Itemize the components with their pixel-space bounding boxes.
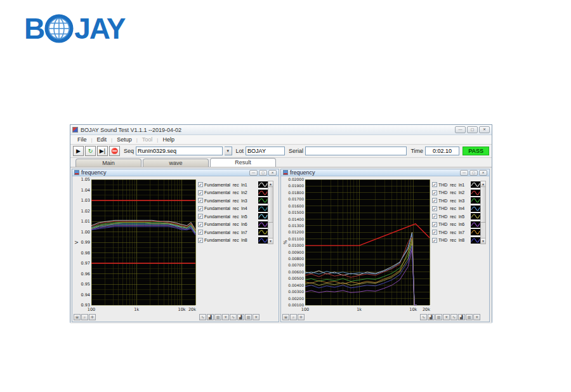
legend-wave-swatch-icon[interactable] <box>258 197 268 204</box>
scale-lock-icon[interactable]: ▟ <box>237 314 244 320</box>
scale-lock-icon[interactable]: ∿ <box>420 314 427 320</box>
graph-palette-icon[interactable]: ✛ <box>89 314 96 320</box>
legend-checkbox[interactable]: ✓ <box>198 222 203 227</box>
scroll-up-icon[interactable]: ▲ <box>268 181 273 187</box>
legend-checkbox[interactable]: ✓ <box>198 238 203 243</box>
graph-palette-icon[interactable]: ⊞ <box>74 314 81 320</box>
legend-checkbox[interactable]: ✓ <box>432 214 437 219</box>
legend-item[interactable]: ✓THD_rec_ln5 <box>432 212 480 221</box>
scale-lock-icon[interactable]: ∿ <box>199 314 206 320</box>
title-bar[interactable]: BOJAY Sound Test V1.1.1 --2019-04-02 —▢✕ <box>70 125 492 135</box>
legend-wave-swatch-icon[interactable] <box>258 229 268 235</box>
fundamental-frequency-chart[interactable]: 1.051.041.031.021.011.000.990.980.970.96… <box>74 177 198 313</box>
legend-item[interactable]: ✓THD_rec_ln1 <box>432 181 480 189</box>
legend-scrollbar[interactable]: ▲ ▼ <box>480 181 486 244</box>
legend-item[interactable]: ✓THD_rec_ln4 <box>432 205 480 213</box>
legend-item[interactable]: ✓Fundamental_rec_ln3 <box>198 197 268 205</box>
panel-header[interactable]: frequency —▢✕ <box>281 169 489 176</box>
lot-field[interactable] <box>246 147 285 155</box>
legend-checkbox[interactable]: ✓ <box>432 222 437 227</box>
graph-palette-icon[interactable]: ⊞ <box>282 314 289 320</box>
legend-wave-swatch-icon[interactable] <box>258 206 268 212</box>
legend-wave-swatch-icon[interactable] <box>471 190 480 196</box>
scale-lock-icon[interactable]: ▥ <box>466 314 473 320</box>
minimize-button[interactable]: — <box>455 126 466 133</box>
legend-item[interactable]: ✓Fundamental_rec_ln5 <box>198 212 268 221</box>
maximize-button[interactable]: ▢ <box>467 126 478 133</box>
panel-header[interactable]: frequency —▢✕ <box>72 169 279 176</box>
serial-field[interactable] <box>305 147 407 155</box>
legend-item[interactable]: ✓THD_rec_ln3 <box>432 197 480 205</box>
legend-checkbox[interactable]: ✓ <box>198 182 203 187</box>
scrollbar-thumb[interactable] <box>268 187 273 223</box>
scrollbar-thumb[interactable] <box>481 187 485 223</box>
legend-item[interactable]: ✓Fundamental_rec_ln1 <box>198 181 268 189</box>
panel-control-button[interactable]: — <box>249 170 258 176</box>
legend-wave-swatch-icon[interactable] <box>258 221 268 228</box>
run-button[interactable]: ▶ <box>73 146 84 156</box>
thd-frequency-chart[interactable]: 0.020000.019000.018000.017000.016000.015… <box>282 177 432 313</box>
legend-item[interactable]: ✓Fundamental_rec_ln7 <box>198 228 268 237</box>
legend-wave-swatch-icon[interactable] <box>258 190 268 196</box>
legend-wave-swatch-icon[interactable] <box>471 237 480 244</box>
legend-item[interactable]: ✓THD_rec_ln8 <box>432 237 480 245</box>
seq-dropdown-arrow-icon[interactable]: ▼ <box>225 147 232 155</box>
scale-lock-icon[interactable]: ▥ <box>245 314 252 320</box>
legend-item[interactable]: ✓Fundamental_rec_ln6 <box>198 221 268 229</box>
legend-wave-swatch-icon[interactable] <box>258 181 268 188</box>
scale-lock-icon[interactable]: ▟ <box>207 314 214 320</box>
scroll-down-icon[interactable]: ▼ <box>481 238 485 244</box>
legend-checkbox[interactable]: ✓ <box>432 182 437 187</box>
menu-help[interactable]: Help <box>158 136 179 143</box>
scroll-up-icon[interactable]: ▲ <box>481 181 485 187</box>
panel-control-button[interactable]: ✕ <box>479 170 487 176</box>
legend-checkbox[interactable]: ✓ <box>198 206 203 211</box>
legend-checkbox[interactable]: ✓ <box>432 206 437 211</box>
graph-palette-icon[interactable]: ⌕ <box>81 314 88 320</box>
menu-edit[interactable]: Edit <box>93 136 112 143</box>
scale-lock-icon[interactable]: ✳ <box>222 314 229 320</box>
legend-checkbox[interactable]: ✓ <box>198 198 203 203</box>
legend-wave-swatch-icon[interactable] <box>258 237 268 244</box>
legend-item[interactable]: ✓THD_rec_ln2 <box>432 189 480 197</box>
legend-item[interactable]: ✓Fundamental_rec_ln2 <box>198 189 268 197</box>
abort-button[interactable]: ⛔ <box>109 146 120 156</box>
scale-lock-icon[interactable]: ▟ <box>428 314 435 320</box>
legend-checkbox[interactable]: ✓ <box>432 198 437 203</box>
scale-lock-icon[interactable]: ▥ <box>214 314 221 320</box>
legend-checkbox[interactable]: ✓ <box>198 230 203 235</box>
menu-file[interactable]: File <box>73 136 91 143</box>
legend-wave-swatch-icon[interactable] <box>471 197 480 204</box>
panel-control-button[interactable]: ▢ <box>469 170 478 176</box>
legend-checkbox[interactable]: ✓ <box>432 238 437 243</box>
scale-lock-icon[interactable]: ✳ <box>443 314 450 320</box>
scale-lock-icon[interactable]: ✳ <box>473 314 480 320</box>
tab-result[interactable]: Result <box>210 158 276 167</box>
legend-item[interactable]: ✓THD_rec_ln6 <box>432 221 480 229</box>
menu-setup[interactable]: Setup <box>112 136 136 143</box>
scale-lock-icon[interactable]: ∿ <box>450 314 457 320</box>
panel-control-button[interactable]: ✕ <box>268 170 277 176</box>
run-continuous-button[interactable]: ↻ <box>85 146 96 156</box>
legend-wave-swatch-icon[interactable] <box>471 181 480 188</box>
legend-checkbox[interactable]: ✓ <box>432 190 437 195</box>
scale-lock-icon[interactable]: ✳ <box>253 314 259 320</box>
step-button[interactable]: ▶| <box>97 146 108 156</box>
legend-wave-swatch-icon[interactable] <box>471 206 480 212</box>
scale-lock-icon[interactable]: ▥ <box>435 314 442 320</box>
tab-wave[interactable]: wave <box>143 159 209 167</box>
legend-checkbox[interactable]: ✓ <box>198 214 203 219</box>
scroll-down-icon[interactable]: ▼ <box>268 238 273 244</box>
tab-main[interactable]: Main <box>75 159 141 167</box>
graph-palette-icon[interactable]: ✛ <box>298 314 305 320</box>
scale-lock-icon[interactable]: ▟ <box>458 314 465 320</box>
panel-control-button[interactable]: — <box>460 170 468 176</box>
panel-control-button[interactable]: ▢ <box>259 170 267 176</box>
legend-item[interactable]: ✓Fundamental_rec_ln8 <box>198 237 268 245</box>
legend-wave-swatch-icon[interactable] <box>471 229 480 235</box>
legend-scrollbar[interactable]: ▲ ▼ <box>268 181 273 244</box>
legend-wave-swatch-icon[interactable] <box>471 213 480 219</box>
graph-palette-icon[interactable]: ⌕ <box>290 314 297 320</box>
legend-wave-swatch-icon[interactable] <box>258 213 268 219</box>
legend-item[interactable]: ✓THD_rec_ln7 <box>432 228 480 237</box>
